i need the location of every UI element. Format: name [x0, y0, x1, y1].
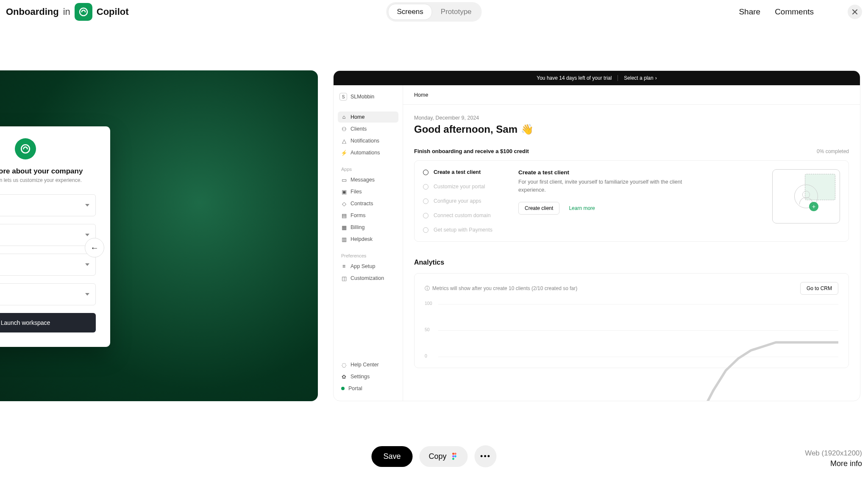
- sidebar-item-label: Contracts: [351, 201, 373, 207]
- artboard-dashboard[interactable]: You have 14 days left of your trial Sele…: [333, 70, 860, 401]
- select-plan-link[interactable]: Select a plan ›: [624, 75, 657, 81]
- close-icon: [852, 9, 858, 15]
- onboarding-step-4[interactable]: Connect custom domain: [423, 212, 501, 218]
- onboarding-detail-desc: For your first client, invite yourself t…: [518, 178, 688, 194]
- step-label: Connect custom domain: [434, 212, 491, 218]
- sidebar-item-label: Clients: [351, 126, 367, 132]
- close-button[interactable]: [848, 5, 862, 19]
- analytics-note-text: Metrics will show after you create 10 cl…: [432, 285, 577, 291]
- action-bar: Save Copy •••: [371, 445, 496, 467]
- artboard-onboarding-form: Tell us more about your company his info…: [0, 70, 318, 401]
- y-tick: 50: [425, 327, 430, 332]
- onboarding-progress: 0% completed: [817, 148, 849, 154]
- copilot-logo-icon: [15, 138, 36, 159]
- clients-select[interactable]: - 50: [0, 254, 96, 276]
- analytics-chart: 100 50 0: [425, 302, 838, 359]
- sidebar-item-automations[interactable]: ⚡Automations: [338, 147, 398, 158]
- onboarding-step-3[interactable]: Configure your apps: [423, 198, 501, 204]
- sidebar-item-label: Customization: [351, 275, 384, 281]
- breadcrumb: Home: [403, 85, 860, 105]
- y-tick: 100: [425, 301, 432, 306]
- step-label: Get setup with Payments: [434, 227, 492, 233]
- sidebar-item-files[interactable]: ▣Files: [338, 186, 398, 197]
- learn-more-link[interactable]: Learn more: [569, 205, 595, 211]
- chevron-right-icon: ›: [655, 75, 657, 81]
- copy-button[interactable]: Copy: [420, 446, 468, 467]
- sidebar-item-label: Messages: [351, 177, 375, 183]
- svg-point-5: [454, 455, 456, 458]
- tab-screens[interactable]: Screens: [388, 4, 432, 20]
- trial-text: You have 14 days left of your trial: [537, 75, 612, 81]
- svg-point-0: [80, 8, 87, 16]
- greeting-text: Good afternoon, Sam: [414, 123, 517, 135]
- sidebar-item-label: Settings: [351, 374, 370, 380]
- divider: [618, 75, 618, 81]
- sidebar-item-label: Portal: [348, 385, 362, 391]
- employees-select[interactable]: 5: [0, 224, 96, 246]
- sidebar-item-label: Billing: [351, 224, 364, 230]
- screen-dimensions: Web (1920x1200): [805, 449, 862, 458]
- main-content: Home Monday, December 9, 2024 Good after…: [403, 85, 860, 401]
- bolt-icon: ⚡: [341, 150, 347, 156]
- more-info-link[interactable]: More info: [805, 459, 862, 468]
- step-label: Create a test client: [434, 169, 481, 175]
- more-actions-button[interactable]: •••: [475, 445, 497, 467]
- sidebar-item-label: Help Center: [351, 362, 379, 368]
- sidebar-item-customization[interactable]: ◫Customization: [338, 273, 398, 284]
- go-to-crm-button[interactable]: Go to CRM: [800, 282, 838, 295]
- copy-label: Copy: [429, 452, 447, 461]
- sidebar-item-home[interactable]: ⌂Home: [338, 112, 398, 123]
- step-circle-icon: [423, 213, 428, 218]
- form-subtitle: his information lets us customize your e…: [0, 177, 96, 183]
- sidebar-item-contracts[interactable]: ◇Contracts: [338, 198, 398, 209]
- sidebar-item-helpdesk[interactable]: ▥Helpdesk: [338, 234, 398, 245]
- greeting-heading: Good afternoon, Sam 👋: [414, 123, 849, 135]
- sidebar-item-portal[interactable]: Portal: [338, 383, 398, 394]
- step-circle-icon: [423, 198, 428, 204]
- launch-workspace-button[interactable]: Launch workspace: [0, 313, 96, 332]
- onboarding-illustration: +: [772, 169, 840, 223]
- prev-screen-button[interactable]: ←: [85, 238, 104, 257]
- breadcrumb-in: in: [63, 6, 70, 17]
- onboarding-step-2[interactable]: Customize your portal: [423, 184, 501, 190]
- onboarding-headline: Finish onboarding and receive a $100 cre…: [414, 148, 529, 154]
- onboarding-detail-title: Create a test client: [518, 169, 755, 176]
- sidebar-item-notifications[interactable]: △Notifications: [338, 135, 398, 146]
- sidebar-item-app-setup[interactable]: ≡App Setup: [338, 261, 398, 272]
- sidebar-item-messages[interactable]: ▭Messages: [338, 174, 398, 185]
- contracts-icon: ◇: [341, 201, 347, 207]
- create-client-button[interactable]: Create client: [518, 202, 559, 215]
- share-button[interactable]: Share: [739, 7, 760, 17]
- sidebar-item-help-center[interactable]: ◌Help Center: [338, 359, 398, 370]
- sidebar-item-clients[interactable]: ⚇Clients: [338, 123, 398, 134]
- sidebar-item-forms[interactable]: ▤Forms: [338, 210, 398, 221]
- sidebar-item-billing[interactable]: ▦Billing: [338, 222, 398, 233]
- svg-point-3: [454, 453, 456, 455]
- company-form-card: Tell us more about your company his info…: [0, 126, 110, 347]
- workspace-switcher[interactable]: S SLMobbin: [338, 91, 398, 102]
- app-name: Copilot: [97, 6, 129, 17]
- type-select[interactable]: mpanies: [0, 283, 96, 305]
- select-plan-label: Select a plan: [624, 75, 653, 81]
- svg-point-6: [452, 458, 454, 460]
- onboarding-step-1[interactable]: Create a test client: [423, 169, 501, 175]
- industry-select[interactable]: sign: [0, 194, 96, 216]
- onboarding-step-5[interactable]: Get setup with Payments: [423, 227, 501, 233]
- sidebar-item-settings[interactable]: ✿Settings: [338, 371, 398, 382]
- help-icon: ◌: [341, 362, 347, 368]
- tab-prototype[interactable]: Prototype: [432, 4, 480, 20]
- analytics-card: ⓘ Metrics will show after you create 10 …: [414, 273, 849, 368]
- sidebar-section-apps: Apps: [341, 167, 398, 172]
- save-button[interactable]: Save: [371, 446, 412, 467]
- analytics-note: ⓘ Metrics will show after you create 10 …: [425, 285, 577, 292]
- home-icon: ⌂: [341, 115, 347, 120]
- sidebar-section-prefs: Preferences: [341, 253, 398, 258]
- comments-button[interactable]: Comments: [775, 7, 814, 17]
- step-label: Customize your portal: [434, 184, 485, 190]
- workspace-avatar: S: [339, 93, 347, 101]
- svg-point-1: [21, 145, 30, 153]
- analytics-heading: Analytics: [414, 259, 849, 266]
- copilot-logo-icon: [75, 3, 92, 21]
- bell-icon: △: [341, 138, 347, 144]
- wave-emoji-icon: 👋: [521, 123, 534, 135]
